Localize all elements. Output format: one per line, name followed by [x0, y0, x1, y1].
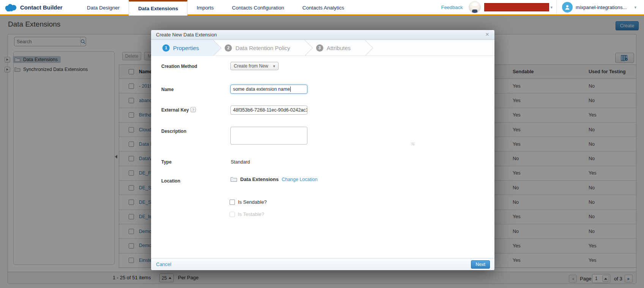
tab-imports[interactable]: Imports: [187, 0, 223, 16]
wizard-steps: 1 Properties 2 Data Retention Policy 3 A…: [151, 40, 494, 56]
name-value: some data extension name: [233, 87, 290, 92]
modal-title: Create New Data Extension: [156, 32, 217, 38]
step-data-retention-policy[interactable]: 2 Data Retention Policy: [213, 40, 304, 56]
name-input[interactable]: some data extension name: [230, 85, 307, 94]
modal-header: Create New Data Extension ×: [151, 30, 494, 40]
creation-method-dropdown[interactable]: Create from New ▾: [230, 62, 279, 70]
account-name: mixpanel-integrations...: [576, 5, 627, 10]
user-avatar-icon: [562, 2, 573, 13]
location-label: Location: [161, 178, 180, 184]
is-sendable-label: Is Sendable?: [238, 199, 267, 205]
feedback-link[interactable]: Feedback: [441, 5, 463, 10]
step-properties[interactable]: 1 Properties: [151, 40, 213, 56]
tab-contacts-analytics[interactable]: Contacts Analytics: [293, 0, 353, 16]
step-attributes[interactable]: 3 Attributes: [305, 40, 365, 56]
cancel-link[interactable]: Cancel: [156, 261, 171, 267]
next-button[interactable]: Next: [471, 260, 490, 269]
step-number: 1: [162, 44, 170, 52]
nav-tabs: Data Designer Data Extensions Imports Co…: [78, 0, 353, 16]
change-location-link[interactable]: Change Location: [282, 177, 318, 182]
business-unit-selector[interactable]: [484, 3, 549, 11]
step-number: 2: [225, 44, 232, 52]
salesforce-cloud-icon: [5, 3, 17, 11]
step-label: Properties: [173, 45, 199, 51]
tab-data-extensions[interactable]: Data Extensions: [129, 0, 187, 16]
name-label: Name: [161, 87, 174, 92]
is-testable-label: Is Testable?: [238, 211, 264, 217]
nav-divider: [556, 0, 557, 14]
external-key-input[interactable]: 48f353b6-7268-11ec-90d6-0242ac1200: [230, 105, 307, 115]
description-textarea[interactable]: [230, 127, 307, 145]
help-icon[interactable]: ?: [191, 107, 196, 112]
chevron-down-icon: ▾: [273, 64, 275, 69]
tab-contacts-configuration[interactable]: Contacts Configuration: [223, 0, 293, 16]
description-label: Description: [161, 129, 186, 134]
chevron-down-icon[interactable]: ▾: [551, 5, 553, 10]
creation-method-value: Create from New: [234, 63, 268, 69]
text-cursor: [290, 87, 291, 92]
einstein-avatar-icon[interactable]: [469, 2, 480, 13]
chevron-down-icon: ▾: [634, 5, 636, 10]
top-nav: Contact Builder Data Designer Data Exten…: [0, 0, 644, 16]
creation-method-label: Creation Method: [161, 64, 197, 69]
type-label: Type: [161, 159, 172, 165]
is-testable-checkbox: [230, 212, 235, 217]
step-label: Data Retention Policy: [235, 45, 290, 51]
create-data-extension-modal: Create New Data Extension × 1 Properties…: [151, 30, 494, 270]
close-icon[interactable]: ×: [484, 31, 491, 38]
external-key-label: External Key: [161, 107, 189, 113]
app-brand[interactable]: Contact Builder: [5, 0, 63, 14]
tab-data-designer[interactable]: Data Designer: [78, 0, 129, 16]
step-label: Attributes: [327, 45, 351, 51]
modal-footer: Cancel Next: [151, 258, 494, 270]
location-value: Data Extensions: [240, 176, 279, 182]
app-name: Contact Builder: [20, 4, 63, 11]
external-key-value: 48f353b6-7268-11ec-90d6-0242ac1200: [233, 107, 307, 113]
type-value: Standard: [231, 159, 250, 165]
is-sendable-checkbox[interactable]: [230, 200, 235, 205]
folder-icon: [230, 177, 237, 182]
account-menu[interactable]: mixpanel-integrations... ▾: [562, 2, 639, 13]
step-number: 3: [316, 44, 323, 52]
